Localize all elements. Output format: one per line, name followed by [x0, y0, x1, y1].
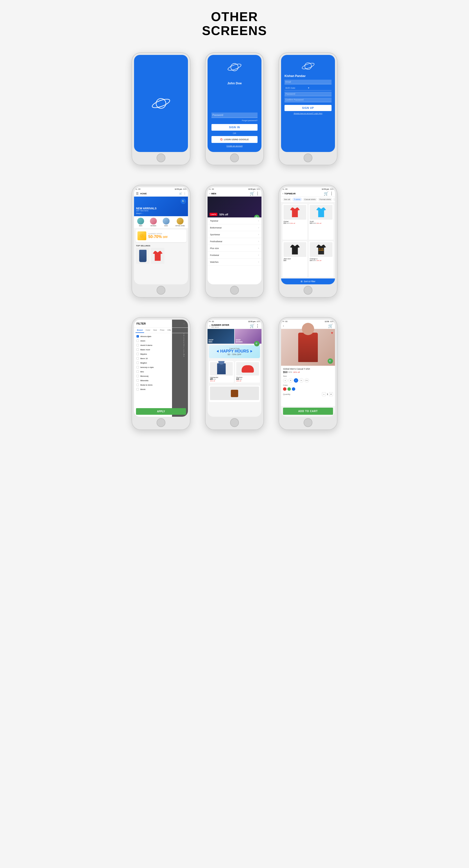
checkbox-axion[interactable]: [136, 340, 139, 342]
sort-filter-bar[interactable]: ⊞ Sort & Filter: [281, 278, 335, 284]
tab-see-all[interactable]: See all: [283, 197, 291, 201]
sign-in-button[interactable]: SIGN IN: [212, 124, 257, 131]
alpha-b[interactable]: B: [184, 335, 185, 336]
alpha-a[interactable]: A: [184, 333, 185, 335]
category-offer-zone[interactable]: OFFER ZONE: [175, 218, 185, 226]
alpha-g[interactable]: G: [184, 343, 185, 345]
size-s[interactable]: S: [283, 378, 287, 383]
home-button[interactable]: [230, 153, 239, 162]
password-input[interactable]: [212, 113, 257, 118]
list-item-footwear[interactable]: Footwear ›: [208, 252, 261, 258]
checkbox-bencorp[interactable]: [136, 366, 139, 368]
checkbox-brio[interactable]: [136, 370, 139, 373]
list-item[interactable]: Brio: [134, 369, 188, 374]
home-button[interactable]: [230, 418, 239, 427]
home-button[interactable]: [304, 286, 312, 294]
category-kids[interactable]: KIDS: [163, 218, 169, 226]
google-login-button[interactable]: G LOGIN USING GOOGLE: [212, 136, 257, 143]
email-input[interactable]: [284, 80, 332, 84]
list-item-bottomwear[interactable]: Bottomwear ›: [208, 224, 261, 231]
tab-tshirts[interactable]: T-shirts: [292, 197, 302, 201]
summer-offer-banner[interactable]: ☀️ SUMMER OFFER 50-70% OFF: [135, 229, 186, 242]
back-icon[interactable]: ‹: [283, 324, 284, 327]
cart-icon[interactable]: 🛒: [250, 324, 255, 328]
checkbox-beglion[interactable]: [136, 362, 139, 364]
more-icon[interactable]: ⋮: [330, 191, 334, 196]
checkbox-almora[interactable]: ✓: [136, 335, 139, 338]
tab-color[interactable]: Color: [144, 328, 152, 333]
shop-men-banner[interactable]: SHOPMEN: [208, 329, 234, 344]
size-l[interactable]: L: [294, 378, 298, 383]
list-item[interactable]: Axion: [134, 339, 188, 343]
product-card-jiwe[interactable]: Jiwe ecot $80: [283, 241, 307, 277]
confirm-password-input[interactable]: [284, 98, 332, 102]
tab-offer[interactable]: Offe: [166, 328, 173, 333]
list-item[interactable]: ✓ Almora djain: [134, 334, 188, 339]
product-jeans[interactable]: [136, 248, 150, 264]
category-women[interactable]: WOMEN: [150, 218, 157, 226]
quantity-increase-button[interactable]: +: [329, 392, 333, 396]
list-item[interactable]: Bejulno: [134, 352, 188, 356]
search-fab[interactable]: 🔍: [181, 198, 186, 204]
list-item[interactable]: Brinhi: [134, 387, 188, 392]
color-red[interactable]: [283, 387, 286, 391]
home-button[interactable]: [304, 418, 312, 427]
list-item[interactable]: Avent li darno: [134, 343, 188, 347]
cart-icon[interactable]: 🛒: [250, 191, 255, 196]
product-highlander[interactable]: Highlander $50 $70 28% off: [209, 361, 234, 383]
search-fab[interactable]: 🔍: [254, 215, 259, 217]
sign-up-button[interactable]: SIGN UP: [284, 105, 332, 111]
password-signup-input[interactable]: [284, 92, 332, 96]
cart-icon[interactable]: 🛒: [328, 324, 333, 328]
hamburger-icon[interactable]: ☰: [136, 192, 139, 195]
list-item-topwear[interactable]: Topwear ›: [208, 217, 261, 224]
list-item-festivalwear[interactable]: Festivalwear ›: [208, 238, 261, 245]
more-icon[interactable]: ⋮: [184, 192, 186, 195]
tab-size[interactable]: Size: [152, 328, 159, 333]
list-item[interactable]: Boda te elorio: [134, 383, 188, 387]
list-item[interactable]: Bilonokla: [134, 378, 188, 383]
checkbox-basic[interactable]: [136, 348, 139, 351]
back-icon[interactable]: ‹: [283, 192, 283, 195]
home-button[interactable]: [230, 286, 239, 294]
back-icon[interactable]: ‹: [210, 192, 210, 195]
list-item-sportwear[interactable]: Sportwear ›: [208, 231, 261, 238]
home-button[interactable]: [157, 153, 165, 162]
alpha-e[interactable]: E: [184, 340, 185, 341]
alpha-d[interactable]: D: [184, 338, 185, 340]
alpha-h[interactable]: H: [184, 345, 185, 347]
cart-icon[interactable]: 🛒: [179, 192, 182, 195]
tab-jac[interactable]: Jac: [333, 197, 335, 201]
more-icon[interactable]: ⋮: [256, 324, 259, 328]
add-to-cart-button[interactable]: ADD TO CART: [283, 408, 333, 415]
alpha-f[interactable]: F: [184, 342, 185, 343]
tab-casual[interactable]: Casual shirts: [303, 197, 317, 201]
home-button[interactable]: [157, 286, 165, 294]
checkbox-brinhi[interactable]: [136, 388, 139, 391]
home-button[interactable]: [304, 153, 312, 162]
tab-price[interactable]: Price: [159, 328, 166, 333]
shop-it-link[interactable]: Shop it →: [136, 213, 157, 214]
size-xl[interactable]: XL: [299, 378, 304, 383]
product-card-scott[interactable]: Scott $49 $68 28% off: [309, 204, 334, 240]
size-xxl[interactable]: XXL: [305, 378, 309, 383]
apply-button[interactable]: APPLY: [136, 408, 186, 415]
size-m[interactable]: M: [288, 378, 293, 383]
tab-formal[interactable]: Formal shirts: [318, 197, 332, 201]
close-icon[interactable]: ✕: [183, 321, 186, 326]
alpha-c[interactable]: C: [184, 337, 185, 338]
alpha-n[interactable]: N: [184, 355, 185, 357]
product-card-global[interactable]: Global $50 $70 29% off: [283, 204, 307, 240]
alpha-j[interactable]: J: [184, 348, 185, 350]
create-account-link[interactable]: Create an account: [226, 145, 242, 147]
color-green[interactable]: [287, 387, 291, 391]
checkbox-bionovuij[interactable]: [136, 375, 139, 377]
back-icon[interactable]: ‹: [210, 324, 210, 327]
product-polo[interactable]: [151, 248, 164, 264]
category-men[interactable]: MEN: [137, 218, 144, 226]
product-mactree[interactable]: Mactree $49 $60 18% off: [235, 361, 260, 383]
search-fab[interactable]: 🔍: [327, 359, 333, 364]
already-account-link[interactable]: Already have an account? Login Here: [293, 113, 322, 114]
alpha-l[interactable]: L: [184, 352, 185, 353]
checkbox-bilonokla[interactable]: [136, 379, 139, 382]
